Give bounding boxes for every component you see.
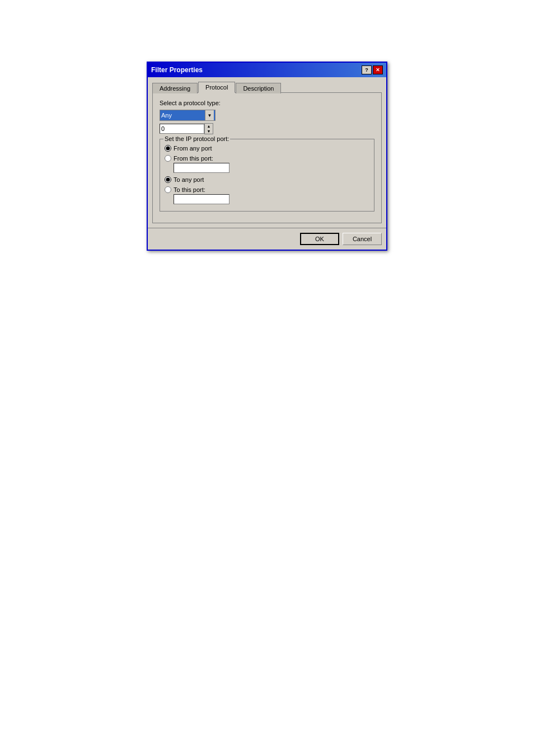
to-any-port-label[interactable]: To any port (174, 176, 204, 183)
from-this-port-row: From this port: (165, 155, 369, 162)
cancel-button[interactable]: Cancel (343, 233, 382, 245)
spinner-up-button[interactable]: ▲ (205, 124, 213, 129)
to-any-port-row: To any port (165, 176, 369, 183)
ip-protocol-port-group: Set the IP protocol port: From any port … (160, 139, 374, 212)
select-protocol-label: Select a protocol type: (160, 100, 374, 106)
to-any-port-radio[interactable] (165, 176, 171, 183)
tab-strip: Addressing Protocol Description (152, 82, 382, 93)
from-any-port-radio[interactable] (165, 145, 171, 152)
title-bar-text: Filter Properties (151, 66, 203, 74)
tab-content-protocol: Select a protocol type: Any ▼ 0 ▲ ▼ (152, 93, 382, 223)
tab-protocol[interactable]: Protocol (198, 82, 235, 93)
ok-button[interactable]: OK (300, 233, 339, 245)
spinner-buttons: ▲ ▼ (204, 123, 213, 134)
close-button[interactable]: ✕ (373, 65, 383, 74)
combo-arrow-icon[interactable]: ▼ (205, 110, 214, 120)
from-any-port-label[interactable]: From any port (174, 145, 212, 152)
dialog-footer: OK Cancel (148, 228, 386, 250)
protocol-type-combo[interactable]: Any ▼ (160, 110, 216, 121)
from-port-input[interactable] (174, 163, 229, 173)
from-any-port-row: From any port (165, 145, 369, 152)
help-button[interactable]: ? (362, 65, 372, 74)
dialog-content: Addressing Protocol Description Select a… (148, 77, 386, 228)
from-this-port-radio[interactable] (165, 155, 171, 162)
title-bar: Filter Properties ? ✕ (148, 63, 386, 77)
spinner-container: 0 ▲ ▼ (160, 123, 374, 134)
to-this-port-label[interactable]: To this port: (174, 186, 205, 193)
title-bar-buttons: ? ✕ (362, 65, 383, 74)
groupbox-legend: Set the IP protocol port: (163, 135, 230, 142)
tab-addressing[interactable]: Addressing (152, 83, 198, 93)
protocol-type-row: Any ▼ (160, 110, 374, 121)
tab-description[interactable]: Description (236, 83, 281, 93)
from-this-port-label[interactable]: From this port: (174, 155, 213, 162)
to-this-port-row: To this port: (165, 186, 369, 193)
spinner-input-display: 0 (160, 124, 204, 134)
to-this-port-radio[interactable] (165, 186, 171, 193)
spinner-down-button[interactable]: ▼ (205, 129, 213, 134)
to-port-input[interactable] (174, 194, 229, 204)
dialog-window: Filter Properties ? ✕ Addressing Protoco… (147, 62, 387, 251)
